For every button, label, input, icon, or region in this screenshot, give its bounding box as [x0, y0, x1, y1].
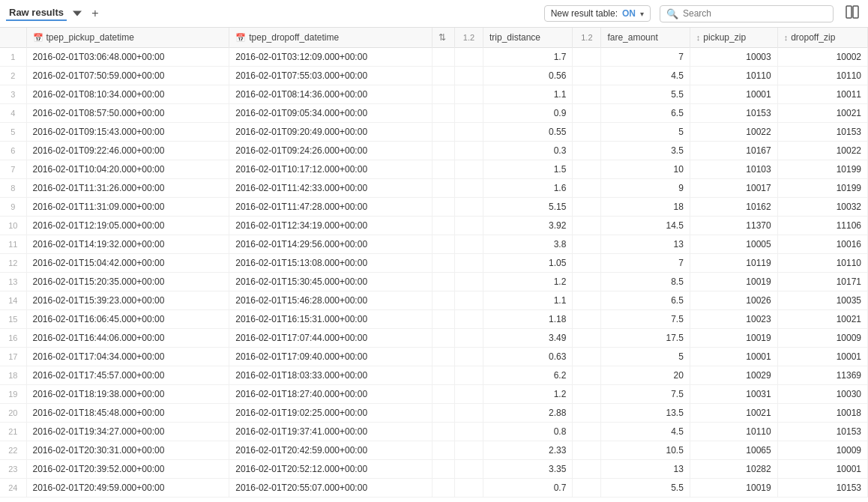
col-header-trip-distance[interactable]: trip_distance: [483, 28, 572, 48]
search-icon: 🔍: [666, 8, 678, 19]
cell-trip-type-empty: [454, 104, 483, 123]
table-row: 13 2016-02-01T15:20:35.000+00:00 2016-02…: [0, 273, 868, 291]
cell-dropoff-zip: 10153: [777, 423, 867, 441]
cell-sort-empty: [432, 179, 454, 198]
cell-rownum: 10: [0, 217, 26, 235]
cell-dropoff-datetime: 2016-02-01T18:03:33.000+00:00: [229, 366, 433, 385]
cell-sort-empty: [432, 104, 454, 123]
cell-rownum: 18: [0, 366, 26, 385]
table-header: 📅 tpep_pickup_datetime 📅 tpep_dropoff_da…: [0, 28, 868, 48]
cell-trip-distance: 6.2: [483, 366, 572, 385]
table-row: 12 2016-02-01T15:04:42.000+00:00 2016-02…: [0, 254, 868, 273]
top-bar-left: Raw results +: [6, 6, 103, 21]
new-result-toggle[interactable]: New result table: ON ▾: [544, 5, 651, 22]
col-header-dropoff-zip[interactable]: ↕ dropoff_zip: [777, 28, 867, 48]
tab-dropdown[interactable]: [73, 9, 82, 18]
cell-sort-empty: [432, 479, 454, 498]
trip-distance-type-label: 1.2: [463, 33, 474, 42]
cell-trip-type-empty: [454, 479, 483, 498]
cell-trip-distance: 0.9: [483, 104, 572, 123]
cell-trip-distance: 0.56: [483, 67, 572, 85]
add-tab-button[interactable]: +: [88, 6, 103, 21]
cell-dropoff-datetime: 2016-02-01T18:27:40.000+00:00: [229, 385, 433, 404]
cell-trip-distance: 2.88: [483, 404, 572, 423]
cell-pickup-zip: 10065: [690, 441, 777, 460]
cell-fare-amount: 4.5: [601, 423, 690, 441]
col-header-dropoff-datetime[interactable]: 📅 tpep_dropoff_datetime: [229, 28, 433, 48]
cell-fare-amount: 7.5: [601, 310, 690, 329]
cell-dropoff-zip: 10032: [777, 198, 867, 217]
cell-pickup-zip: 10110: [690, 423, 777, 441]
search-box[interactable]: 🔍: [660, 5, 834, 22]
cell-fare-amount: 13.5: [601, 404, 690, 423]
cell-fare-amount: 14.5: [601, 217, 690, 235]
search-input[interactable]: [683, 8, 827, 19]
top-bar: Raw results + New result table: ON ▾ 🔍: [0, 0, 868, 28]
cell-dropoff-datetime: 2016-02-01T07:55:03.000+00:00: [229, 67, 433, 85]
table-row: 7 2016-02-01T10:04:20.000+00:00 2016-02-…: [0, 160, 868, 179]
cell-trip-type-empty: [454, 160, 483, 179]
cell-pickup-zip: 10001: [690, 348, 777, 366]
cell-pickup-datetime: 2016-02-01T20:39:52.000+00:00: [26, 460, 229, 479]
cell-sort-empty: [432, 385, 454, 404]
cell-dropoff-datetime: 2016-02-01T11:42:33.000+00:00: [229, 179, 433, 198]
cell-dropoff-datetime: 2016-02-01T03:12:09.000+00:00: [229, 48, 433, 67]
cell-pickup-datetime: 2016-02-01T09:15:43.000+00:00: [26, 123, 229, 142]
cell-dropoff-zip: 10021: [777, 104, 867, 123]
cell-trip-type-empty: [454, 123, 483, 142]
cell-sort-empty: [432, 235, 454, 254]
cell-dropoff-zip: 10009: [777, 441, 867, 460]
cell-fare-amount: 6.5: [601, 291, 690, 310]
col-label-pickup: tpep_pickup_datetime: [46, 32, 134, 43]
cell-pickup-zip: 10119: [690, 254, 777, 273]
cell-fare-type-empty: [573, 198, 601, 217]
cell-pickup-datetime: 2016-02-01T08:10:34.000+00:00: [26, 85, 229, 104]
cell-pickup-datetime: 2016-02-01T16:44:06.000+00:00: [26, 329, 229, 348]
cell-trip-distance: 3.92: [483, 217, 572, 235]
cell-sort-empty: [432, 123, 454, 142]
col-header-sort[interactable]: ⇅: [432, 28, 454, 48]
cell-dropoff-zip: 10002: [777, 48, 867, 67]
cell-sort-empty: [432, 48, 454, 67]
cell-dropoff-datetime: 2016-02-01T20:55:07.000+00:00: [229, 479, 433, 498]
cell-rownum: 1: [0, 48, 26, 67]
cell-rownum: 11: [0, 235, 26, 254]
cell-dropoff-datetime: 2016-02-01T17:07:44.000+00:00: [229, 329, 433, 348]
cell-rownum: 12: [0, 254, 26, 273]
table-row: 23 2016-02-01T20:39:52.000+00:00 2016-02…: [0, 460, 868, 479]
cell-fare-type-empty: [573, 67, 601, 85]
cell-trip-type-empty: [454, 291, 483, 310]
cell-pickup-zip: 10005: [690, 235, 777, 254]
cell-fare-amount: 5: [601, 348, 690, 366]
cell-sort-empty: [432, 198, 454, 217]
cell-rownum: 23: [0, 460, 26, 479]
cell-fare-amount: 3.5: [601, 142, 690, 160]
cell-dropoff-zip: 10035: [777, 291, 867, 310]
dropoff-zip-sort-icon: ↕: [784, 33, 789, 42]
col-header-pickup-datetime[interactable]: 📅 tpep_pickup_datetime: [26, 28, 229, 48]
col-header-trip-type: 1.2: [454, 28, 483, 48]
cell-dropoff-datetime: 2016-02-01T15:30:45.000+00:00: [229, 273, 433, 291]
calendar2-icon: 📅: [235, 33, 246, 43]
cell-sort-empty: [432, 160, 454, 179]
cell-rownum: 9: [0, 198, 26, 217]
columns-layout-icon: [846, 5, 859, 19]
cell-trip-distance: 1.2: [483, 273, 572, 291]
cell-fare-amount: 10: [601, 160, 690, 179]
cell-pickup-zip: 10019: [690, 273, 777, 291]
cell-pickup-zip: 10282: [690, 460, 777, 479]
cell-pickup-zip: 10023: [690, 310, 777, 329]
cell-fare-amount: 10.5: [601, 441, 690, 460]
cell-pickup-zip: 10003: [690, 48, 777, 67]
col-header-fare-amount[interactable]: fare_amount: [601, 28, 690, 48]
col-header-pickup-zip[interactable]: ↕ pickup_zip: [690, 28, 777, 48]
layout-icon[interactable]: [843, 4, 862, 23]
cell-fare-amount: 5.5: [601, 479, 690, 498]
cell-sort-empty: [432, 404, 454, 423]
cell-pickup-zip: 10110: [690, 67, 777, 85]
table-row: 18 2016-02-01T17:45:57.000+00:00 2016-02…: [0, 366, 868, 385]
cell-dropoff-zip: 10021: [777, 310, 867, 329]
cell-trip-type-empty: [454, 85, 483, 104]
tab-raw-results[interactable]: Raw results: [6, 7, 67, 21]
cell-rownum: 19: [0, 385, 26, 404]
